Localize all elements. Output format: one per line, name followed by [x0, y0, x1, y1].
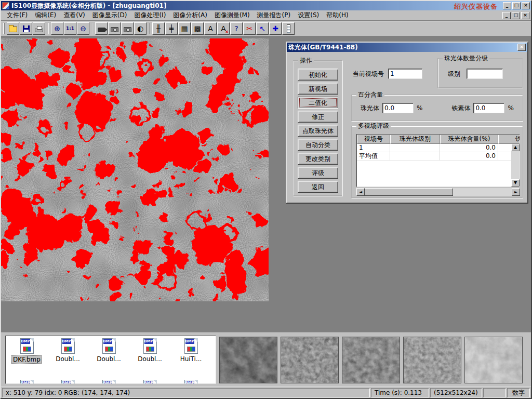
menu-image-process[interactable]: 图像处理(I): [130, 10, 169, 20]
op-pick-pearlite-button[interactable]: 点取珠光体: [298, 125, 338, 137]
dialog-close-button[interactable]: ×: [517, 44, 526, 51]
col-pearlite-content: 珠光体含量(%): [440, 135, 498, 144]
delete-text-icon[interactable]: A×: [217, 22, 230, 35]
file-item[interactable]: BMPDoubl...: [88, 338, 129, 364]
actual-size-icon[interactable]: 1:1: [64, 22, 76, 35]
op-return-button[interactable]: 返回: [298, 181, 338, 193]
mdi-close-button[interactable]: ×: [521, 12, 529, 19]
current-field-input[interactable]: [388, 69, 422, 79]
titlebar[interactable]: IS100显微摄像系统(金相分析版) - [zhuguangti01] 绍兴仪器…: [1, 1, 531, 10]
multi-field-grading-group: 多视场评级 视场号 珠光体级别 珠光体含量(%) 铁素 1 0.0: [351, 126, 523, 198]
op-new-field-button[interactable]: 新视场: [298, 83, 338, 95]
open-folder-icon: [9, 26, 17, 32]
mdi-minimize-button[interactable]: _: [502, 12, 511, 19]
thumbnail-5[interactable]: [464, 337, 523, 383]
op-change-class-button[interactable]: 更改类别: [298, 153, 338, 165]
grid-add-icon[interactable]: ▩: [191, 22, 204, 35]
scroll-left-icon[interactable]: ◄: [356, 188, 365, 196]
cell-grade: [390, 144, 440, 152]
mdi-restore-button[interactable]: □: [512, 12, 520, 19]
scroll-right-icon[interactable]: ►: [512, 188, 520, 196]
dialog-title: 珠光体(GB/T9441-88): [288, 43, 358, 52]
video-camera-icon: [98, 28, 105, 32]
scrollbar-thumb[interactable]: [365, 188, 453, 196]
annotate-text-icon[interactable]: A: [204, 22, 217, 35]
bmp-file-icon: BMP: [184, 338, 198, 354]
menu-help[interactable]: 帮助(H): [323, 10, 352, 20]
menu-settings[interactable]: 设置(S): [294, 10, 323, 20]
ferrite-percent-unit: %: [508, 104, 513, 112]
snapshot-icon[interactable]: [108, 22, 121, 35]
table-vertical-scrollbar[interactable]: ▲ ▼: [511, 144, 520, 187]
cut-icon[interactable]: ✂: [243, 22, 256, 35]
dialog-titlebar[interactable]: 珠光体(GB/T9441-88) ×: [287, 43, 527, 52]
zoom-out-icon[interactable]: ⊖: [77, 22, 89, 35]
table-row[interactable]: 1 0.0: [357, 144, 520, 152]
menubar: 文件(F) 编辑(E) 查看(V) 图像显示(D) 图像处理(I) 图像分析(A…: [1, 10, 531, 21]
grading-table: 视场号 珠光体级别 珠光体含量(%) 铁素 1 0.0 平均值: [356, 134, 520, 187]
current-field-row: 当前视场号: [353, 69, 422, 79]
file-item[interactable]: BMP: [47, 380, 88, 384]
menu-image-measure[interactable]: 图像测量(M): [211, 10, 254, 20]
file-item[interactable]: BMPDoubl...: [129, 338, 170, 364]
grade-input[interactable]: [467, 69, 503, 79]
menu-image-analysis[interactable]: 图像分析(A): [169, 10, 211, 20]
file-item[interactable]: BMP: [88, 380, 129, 384]
zoom-in-icon[interactable]: ⊕: [51, 22, 63, 35]
pearlite-percent-input[interactable]: [382, 103, 414, 113]
pearlite-grade-group: 珠光体数量分级 级别: [437, 58, 523, 88]
file-item[interactable]: BMP: [170, 380, 211, 384]
close-button[interactable]: ×: [522, 2, 530, 9]
menu-image-display[interactable]: 图像显示(D): [89, 10, 131, 20]
minimize-button[interactable]: _: [503, 2, 511, 9]
thumbnail-1[interactable]: [219, 337, 277, 383]
current-field-label: 当前视场号: [353, 70, 384, 78]
ruler-icon[interactable]: [282, 22, 295, 35]
cell-content: 0.0: [440, 152, 498, 161]
op-auto-classify-button[interactable]: 自动分类: [298, 139, 338, 151]
menu-edit[interactable]: 编辑(E): [31, 10, 60, 20]
file-item[interactable]: BMP: [6, 380, 47, 384]
grade-label: 级别: [448, 70, 460, 78]
video-camera-icon[interactable]: [95, 22, 108, 35]
menu-view[interactable]: 查看(V): [60, 10, 89, 20]
metallographic-image[interactable]: [1, 38, 269, 301]
bmp-file-icon: BMP: [61, 338, 75, 354]
scroll-up-icon[interactable]: ▲: [511, 144, 520, 151]
file-item[interactable]: BMPDKF.bmp: [6, 338, 47, 364]
contrast-icon[interactable]: ◐: [134, 22, 147, 35]
thumbnail-2[interactable]: [281, 337, 339, 383]
menu-file[interactable]: 文件(F): [3, 10, 31, 20]
bmp-file-icon: BMP: [61, 380, 75, 384]
op-initialize-button[interactable]: 初始化: [298, 69, 338, 81]
open-folder-icon[interactable]: [7, 22, 19, 35]
op-correct-button[interactable]: 修正: [298, 111, 338, 123]
file-item[interactable]: BMPHuiTi...: [170, 338, 211, 364]
table-horizontal-scrollbar[interactable]: ◄ ►: [356, 188, 520, 196]
file-label: HuiTi...: [179, 355, 203, 363]
print-icon[interactable]: [33, 22, 45, 35]
op-binarize-button[interactable]: 二值化: [298, 97, 338, 109]
statusbar: x: 510 y: 79 idx: 0 RGB: (174, 174, 174)…: [1, 387, 531, 398]
thumbnail-3[interactable]: [342, 337, 400, 383]
toolbar-grip[interactable]: [3, 23, 5, 34]
probe-icon[interactable]: ✚: [269, 22, 282, 35]
capture-icon[interactable]: [121, 22, 134, 35]
measure-vertical-icon[interactable]: ╫: [152, 22, 165, 35]
menu-report[interactable]: 测量报告(P): [254, 10, 295, 20]
file-item[interactable]: BMPDoubl...: [47, 338, 88, 364]
save-icon[interactable]: [20, 22, 32, 35]
help-icon[interactable]: ?: [230, 22, 243, 35]
thumbnail-4[interactable]: [403, 337, 461, 383]
ferrite-percent-input[interactable]: [473, 103, 504, 113]
toolbar-separator: [48, 23, 49, 34]
restore-button[interactable]: □: [512, 2, 521, 9]
file-item[interactable]: BMP: [129, 380, 170, 384]
pointer-icon[interactable]: ↖: [256, 22, 269, 35]
op-grade-button[interactable]: 评级: [298, 167, 338, 179]
measure-horizontal-icon[interactable]: ╪: [165, 22, 178, 35]
table-row[interactable]: 平均值 0.0: [357, 152, 520, 161]
ferrite-percent-label: 铁素体: [451, 104, 470, 113]
grid-icon[interactable]: ▦: [178, 22, 191, 35]
scroll-down-icon[interactable]: ▼: [511, 179, 520, 187]
